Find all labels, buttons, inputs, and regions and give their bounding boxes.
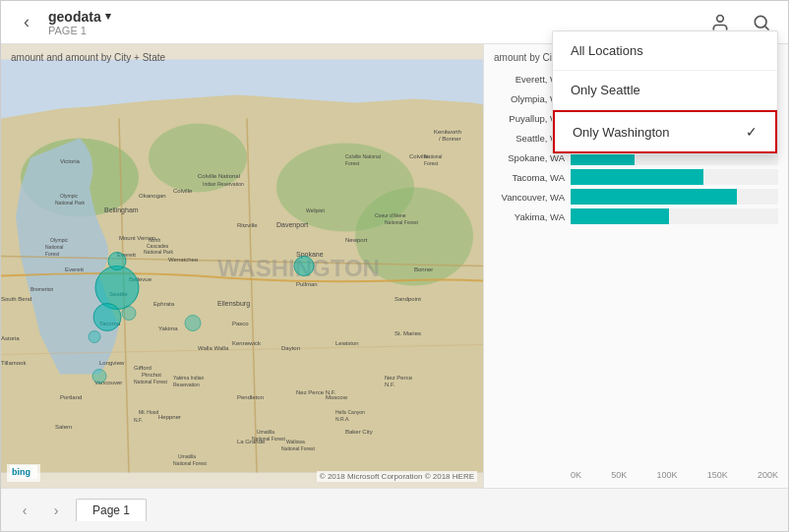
main-window: ‹ geodata ▾ PAGE 1 xyxy=(0,0,789,532)
svg-text:N.F.: N.F. xyxy=(134,417,143,423)
svg-text:Pullman: Pullman xyxy=(296,281,318,287)
svg-text:Yakima: Yakima xyxy=(158,325,178,331)
svg-text:Colville National: Colville National xyxy=(345,153,381,159)
svg-text:Olympic: Olympic xyxy=(50,237,69,243)
svg-text:Moscow: Moscow xyxy=(326,394,348,400)
chart-axis: 0K50K100K150K200K xyxy=(494,470,778,480)
report-title: geodata ▾ xyxy=(48,9,705,25)
svg-text:Umatilla: Umatilla xyxy=(257,429,274,435)
svg-text:Tillamook: Tillamook xyxy=(1,360,27,366)
svg-text:Bonner: Bonner xyxy=(414,266,433,272)
svg-text:Forest: Forest xyxy=(424,160,439,166)
dropdown-item-label: Only Seattle xyxy=(571,83,640,97)
map-svg: WASHINGTON Bellingham Mount Vernon Evere… xyxy=(1,44,483,488)
checkmark-icon: ✓ xyxy=(746,124,758,140)
svg-text:Portland: Portland xyxy=(60,394,82,400)
svg-text:St. Maries: St. Maries xyxy=(394,330,421,336)
axis-label: 200K xyxy=(758,470,778,480)
copyright-watermark: © 2018 Microsoft Corporation © 2018 HERE xyxy=(317,471,477,482)
dropdown-item-label: All Locations xyxy=(571,43,643,58)
svg-text:Forest: Forest xyxy=(45,251,60,257)
axis-label: 50K xyxy=(611,470,627,480)
svg-text:bing: bing xyxy=(12,467,30,477)
svg-text:National Forest: National Forest xyxy=(385,219,419,225)
svg-text:Nez Perce: Nez Perce xyxy=(385,375,413,381)
svg-text:Dayton: Dayton xyxy=(281,345,300,351)
svg-text:Wellpinit: Wellpinit xyxy=(306,207,325,213)
axis-label: 150K xyxy=(707,470,728,480)
svg-text:Ritzville: Ritzville xyxy=(237,222,258,228)
svg-text:National Park: National Park xyxy=(144,249,174,255)
svg-text:Longview: Longview xyxy=(99,360,125,366)
svg-text:Indian Reservation: Indian Reservation xyxy=(203,181,244,187)
svg-text:Sandpoint: Sandpoint xyxy=(394,296,421,302)
svg-text:Bremerton: Bremerton xyxy=(30,286,54,292)
svg-point-92 xyxy=(93,304,121,331)
svg-text:Pasco: Pasco xyxy=(232,321,249,326)
svg-text:National Forest: National Forest xyxy=(173,460,208,466)
svg-text:Colville: Colville xyxy=(173,188,193,194)
svg-text:Baker City: Baker City xyxy=(345,429,373,435)
svg-point-93 xyxy=(294,257,314,276)
svg-point-91 xyxy=(95,266,139,310)
svg-point-0 xyxy=(717,15,724,22)
bar-track xyxy=(571,169,778,185)
svg-text:National: National xyxy=(424,153,442,159)
svg-point-96 xyxy=(108,253,126,270)
svg-point-94 xyxy=(185,316,201,331)
svg-text:National: National xyxy=(45,244,63,250)
svg-text:Salem: Salem xyxy=(55,424,72,430)
map-area: amount and amount by City + State xyxy=(1,44,483,488)
dropdown-item-0[interactable]: All Locations xyxy=(553,31,777,71)
svg-text:Hells Canyon: Hells Canyon xyxy=(335,409,365,415)
svg-text:National Forest: National Forest xyxy=(252,436,286,442)
svg-text:/ Bonner: / Bonner xyxy=(439,136,461,142)
svg-text:National Park: National Park xyxy=(55,200,86,206)
bottombar: ‹ › Page 1 xyxy=(1,488,788,531)
svg-text:Pinchot: Pinchot xyxy=(142,372,161,378)
svg-text:Reservation: Reservation xyxy=(173,382,200,387)
svg-text:Colville National: Colville National xyxy=(198,173,240,179)
bing-watermark: bing xyxy=(7,464,40,482)
svg-text:Kenilworth: Kenilworth xyxy=(434,129,461,135)
prev-page-button[interactable]: ‹ xyxy=(13,499,36,522)
svg-text:National Forest: National Forest xyxy=(281,445,316,451)
svg-text:Victoria: Victoria xyxy=(60,158,81,164)
svg-text:Bellingham: Bellingham xyxy=(104,207,139,214)
bar-row: Yakima, WA xyxy=(494,208,778,224)
svg-point-97 xyxy=(89,331,100,343)
bar-city-label: Yakima, WA xyxy=(494,211,565,222)
svg-line-2 xyxy=(765,26,769,30)
bar-fill xyxy=(571,208,669,224)
dropdown-item-1[interactable]: Only Seattle xyxy=(553,71,777,110)
svg-text:Umatilla: Umatilla xyxy=(178,453,196,459)
svg-point-98 xyxy=(122,307,136,321)
svg-text:N.R.A.: N.R.A. xyxy=(335,416,350,422)
svg-text:Davenport: Davenport xyxy=(276,221,308,229)
svg-text:Yakima Indian: Yakima Indian xyxy=(173,375,205,381)
axis-label: 0K xyxy=(571,470,581,480)
svg-text:Walla Walla: Walla Walla xyxy=(198,345,229,351)
svg-text:Okanogan: Okanogan xyxy=(139,193,166,199)
svg-text:Gifford: Gifford xyxy=(134,365,152,371)
bar-track xyxy=(571,208,778,224)
svg-text:South Bend: South Bend xyxy=(1,296,31,302)
svg-text:Olympic: Olympic xyxy=(60,193,79,199)
dropdown-chevron-icon[interactable]: ▾ xyxy=(105,10,111,23)
bar-row: Vancouver, WA xyxy=(494,189,778,205)
back-button[interactable]: ‹ xyxy=(13,9,40,36)
svg-text:National Forest: National Forest xyxy=(134,379,168,384)
dropdown-item-2[interactable]: Only Washington✓ xyxy=(553,110,777,153)
svg-text:Lewiston: Lewiston xyxy=(335,340,359,346)
bar-row: Tacoma, WA xyxy=(494,169,778,185)
page-tab[interactable]: Page 1 xyxy=(76,499,147,521)
svg-text:Coeur d'Alene: Coeur d'Alene xyxy=(375,212,406,218)
svg-point-1 xyxy=(755,16,766,28)
bar-fill xyxy=(571,169,703,185)
map-label: amount and amount by City + State xyxy=(11,52,165,63)
axis-label: 100K xyxy=(656,470,677,480)
svg-point-95 xyxy=(92,370,106,384)
svg-text:Ephrata: Ephrata xyxy=(153,301,175,307)
next-page-button[interactable]: › xyxy=(44,499,68,522)
svg-text:Forest: Forest xyxy=(345,160,360,166)
